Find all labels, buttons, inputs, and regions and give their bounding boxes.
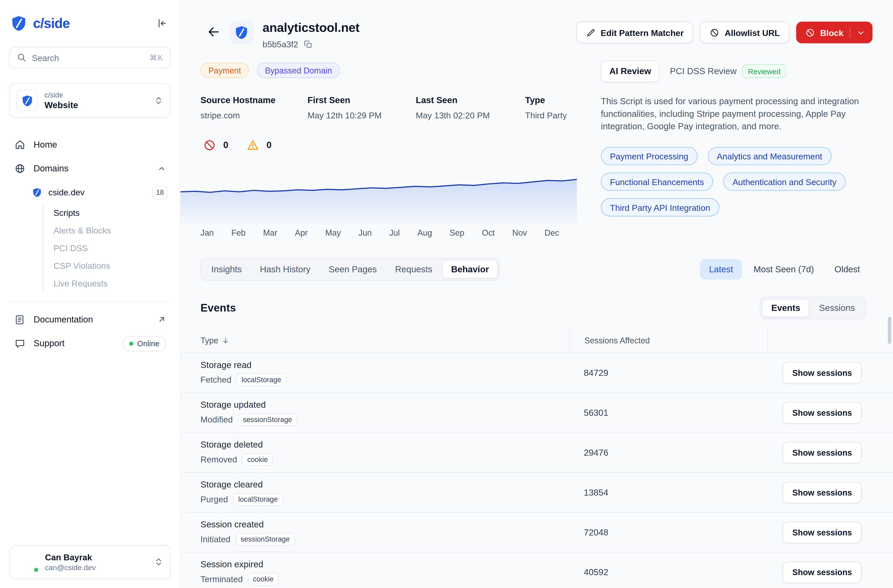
sort-option[interactable]: Most Seen (7d)	[744, 259, 823, 280]
globe-icon	[14, 163, 26, 174]
chevrons-up-down-icon	[154, 557, 163, 567]
traffic-chart	[180, 164, 577, 223]
event-type: Storage cleared	[201, 479, 570, 489]
content-tab[interactable]: Requests	[386, 260, 441, 279]
brand-name: c/side	[33, 15, 70, 32]
show-sessions-button[interactable]: Show sessions	[783, 362, 861, 383]
sessions-affected-value: 72048	[570, 527, 768, 537]
block-button[interactable]: Block	[796, 22, 872, 43]
home-icon	[14, 139, 26, 150]
sidebar-subitem[interactable]: Live Requests	[54, 274, 171, 292]
reviewed-badge: Reviewed	[742, 64, 786, 78]
event-row: Session expired Terminated cookie 40592 …	[180, 552, 893, 588]
sidebar-subitem[interactable]: Scripts	[54, 204, 171, 221]
warning-triangle-icon	[247, 139, 259, 151]
month-tick-label: Apr	[295, 229, 308, 238]
sidebar-item-documentation[interactable]: Documentation	[9, 308, 171, 332]
sort-option[interactable]: Oldest	[825, 259, 869, 280]
month-tick-label: Jul	[389, 229, 400, 238]
online-dot-icon	[129, 341, 133, 345]
column-label: Sessions Affected	[584, 336, 650, 345]
payment-tag: Payment	[201, 63, 249, 78]
event-row: Storage updated Modified sessionStorage …	[180, 393, 893, 433]
events-table-header: Type Sessions Affected	[180, 328, 893, 353]
events-view-toggle: Events Sessions	[760, 297, 866, 319]
chart-month-axis: Jan Feb Mar Apr May Jun Jul Aug Sep Oct …	[201, 229, 559, 238]
storage-kind-badge: sessionStorage	[236, 533, 295, 545]
category-pill: Analytics and Measurement	[708, 147, 831, 165]
support-status-label: Online	[137, 339, 159, 348]
storage-kind-badge: localStorage	[236, 373, 287, 386]
sidebar-item-cside-dev[interactable]: cside.dev 18	[9, 180, 171, 204]
view-toggle-option[interactable]: Events	[762, 299, 809, 317]
copy-icon[interactable]	[303, 40, 313, 49]
month-tick-label: Dec	[544, 229, 559, 238]
month-tick-label: Oct	[482, 229, 495, 238]
search-input[interactable]: Search ⌘K	[9, 47, 171, 68]
event-type: Session created	[201, 519, 570, 529]
content-tab[interactable]: Insights	[203, 260, 250, 279]
event-row: Storage read Fetched localStorage 84729 …	[180, 353, 893, 393]
collapse-sidebar-icon[interactable]	[155, 17, 167, 29]
online-status-dot	[33, 566, 39, 573]
storage-kind-badge: cookie	[248, 573, 279, 585]
tab-ai-review[interactable]: AI Review	[601, 60, 660, 82]
show-sessions-button[interactable]: Show sessions	[783, 561, 861, 583]
back-button[interactable]	[207, 25, 220, 39]
event-action: Removed	[201, 454, 237, 464]
sidebar-item-domains[interactable]: Domains	[9, 156, 171, 180]
month-tick-label: Jan	[201, 229, 214, 238]
blocked-counter: 0	[203, 139, 229, 151]
edit-pattern-matcher-label: Edit Pattern Matcher	[601, 28, 684, 37]
script-id: b5b5a3f2	[263, 39, 298, 49]
content-tab[interactable]: Behavior	[442, 260, 498, 279]
tab-label: PCI DSS Review	[670, 66, 737, 76]
show-sessions-button[interactable]: Show sessions	[783, 522, 861, 543]
sidebar-subitem[interactable]: CSP Violations	[54, 257, 171, 274]
month-tick-label: Sep	[450, 229, 464, 238]
domain-count-badge: 18	[153, 185, 167, 199]
workspace-name: Website	[45, 100, 147, 110]
sessions-affected-value: 13854	[570, 487, 768, 498]
column-header-sessions[interactable]: Sessions Affected	[570, 328, 768, 353]
show-sessions-button[interactable]: Show sessions	[783, 481, 861, 503]
chevron-down-icon[interactable]	[857, 28, 865, 37]
block-label: Block	[820, 28, 843, 37]
sidebar-subitem[interactable]: Alerts & Blocks	[54, 221, 171, 239]
domain-label: cside.dev	[48, 187, 84, 197]
script-shield-icon	[230, 21, 254, 45]
sessions-affected-value: 40592	[570, 567, 768, 577]
show-sessions-button[interactable]: Show sessions	[783, 442, 861, 463]
edit-pattern-matcher-button[interactable]: Edit Pattern Matcher	[576, 22, 693, 43]
sort-option[interactable]: Latest	[700, 259, 742, 280]
show-sessions-button[interactable]: Show sessions	[783, 402, 861, 423]
meta-value: stripe.com	[201, 111, 308, 120]
content-tab-bar: Insights Hash History Seen Pages Request…	[201, 258, 501, 281]
event-action: Modified	[201, 415, 233, 424]
review-panel: AI Review PCI DSS Review Reviewed This S…	[601, 60, 874, 217]
scrollbar-thumb[interactable]	[888, 317, 891, 344]
sidebar: c/side Search ⌘K	[0, 0, 180, 588]
sidebar-subitem[interactable]: PCI DSS	[54, 239, 171, 257]
event-type: Storage deleted	[201, 439, 570, 450]
allowlist-url-button[interactable]: Allowlist URL	[700, 22, 789, 43]
sidebar-item-support[interactable]: Support Online	[9, 331, 171, 355]
sidebar-item-home[interactable]: Home	[9, 133, 171, 157]
sort-options: Latest Most Seen (7d) Oldest	[700, 259, 869, 280]
meta-value: May 12th 10:29 PM	[308, 111, 416, 120]
user-account-selector[interactable]: Can Bayrak can@cside.dev	[9, 545, 171, 579]
view-toggle-option[interactable]: Sessions	[810, 299, 863, 317]
pencil-icon	[586, 28, 595, 37]
content-tab[interactable]: Hash History	[251, 260, 319, 279]
tab-label: AI Review	[609, 66, 651, 76]
shield-logo-icon	[10, 15, 27, 32]
tab-pci-dss-review[interactable]: PCI DSS Review Reviewed	[662, 60, 794, 82]
category-pill: Payment Processing	[601, 147, 698, 165]
sort-arrow-down-icon	[222, 337, 230, 344]
column-header-type[interactable]: Type	[180, 328, 570, 353]
app-window: c/side Search ⌘K	[0, 0, 893, 588]
content-tab[interactable]: Seen Pages	[320, 260, 385, 279]
workspace-selector[interactable]: c/side Website	[9, 83, 171, 118]
category-pill: Authentication and Security	[723, 173, 846, 191]
column-header-actions	[768, 328, 893, 353]
